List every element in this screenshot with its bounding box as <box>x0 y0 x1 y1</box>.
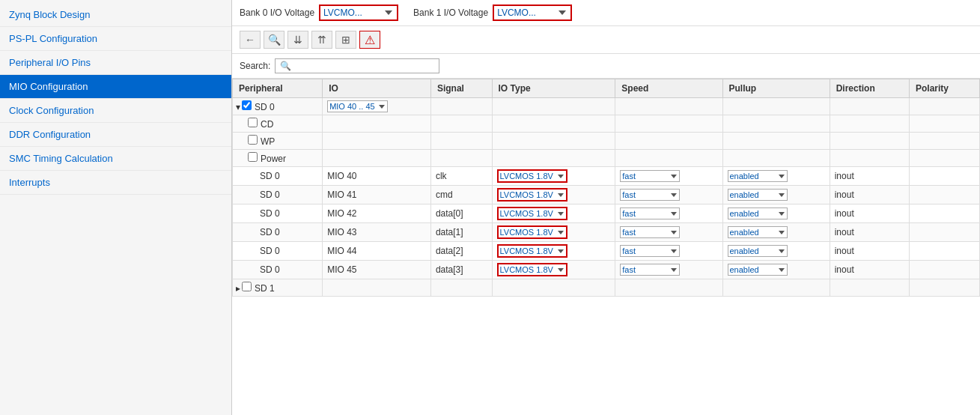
row-checkbox[interactable] <box>248 118 258 127</box>
row-checkbox[interactable] <box>248 152 258 162</box>
peripheral-cell: SD 0 <box>233 167 323 186</box>
col-io: IO <box>323 79 431 98</box>
speed-select[interactable]: fastslow <box>620 170 680 182</box>
peripheral-cell: ▾SD 0 <box>233 98 323 115</box>
sidebar-item-clock-config[interactable]: Clock Configuration <box>0 99 231 123</box>
signal-cell: data[0] <box>430 205 492 223</box>
peripheral-cell: WP <box>233 133 323 150</box>
speed-select[interactable]: fastslow <box>620 208 680 219</box>
io-type-select[interactable]: LVCMOS 1.8VLVCMOS 2.5VLVCMOS 3.3V <box>497 169 567 183</box>
bank0-label: Bank 0 I/O Voltage <box>240 7 314 18</box>
speed-cell[interactable]: fastslow <box>615 167 722 186</box>
speed-cell[interactable]: fastslow <box>615 205 722 223</box>
table-row: SD 0MIO 45data[3]LVCMOS 1.8VLVCMOS 2.5VL… <box>233 261 980 279</box>
peripheral-cell: SD 0 <box>233 223 323 242</box>
pullup-cell[interactable]: enableddisabled <box>722 223 830 242</box>
signal-cell: data[3] <box>430 261 492 279</box>
back-button[interactable]: ← <box>240 31 261 49</box>
speed-select[interactable]: fastslow <box>620 245 680 257</box>
search-input[interactable] <box>275 58 439 73</box>
direction-cell: inout <box>830 167 909 186</box>
pullup-select[interactable]: enableddisabled <box>728 189 788 201</box>
expand-all-button[interactable]: ⇈ <box>311 31 332 49</box>
toolbar: ← 🔍 ⇊ ⇈ ⊞ ⚠ <box>232 26 980 54</box>
peripheral-cell: ▸SD 1 <box>233 279 323 297</box>
bank0-select[interactable]: LVCMO... LVCMOS 1.8V LVCMOS 2.5V LVCMOS … <box>319 4 398 21</box>
sidebar-item-zynq-block[interactable]: Zynq Block Design <box>0 3 231 27</box>
speed-select[interactable]: fastslow <box>620 189 680 201</box>
polarity-cell <box>909 261 979 279</box>
sidebar-item-mio-config[interactable]: MIO Configuration <box>0 75 231 99</box>
io-type-select[interactable]: LVCMOS 1.8VLVCMOS 2.5VLVCMOS 3.3V <box>497 188 567 202</box>
pullup-select[interactable]: enableddisabled <box>728 170 788 182</box>
io-range-select[interactable]: MIO 40 .. 45 <box>327 100 388 112</box>
io-cell: MIO 45 <box>323 261 431 279</box>
table-row: SD 0MIO 40clkLVCMOS 1.8VLVCMOS 2.5VLVCMO… <box>233 167 980 186</box>
col-speed: Speed <box>615 79 722 98</box>
col-signal: Signal <box>430 79 492 98</box>
io-type-cell[interactable]: LVCMOS 1.8VLVCMOS 2.5VLVCMOS 3.3V <box>492 242 615 261</box>
sidebar-item-peripheral-io[interactable]: Peripheral I/O Pins <box>0 51 231 75</box>
search-label: Search: <box>240 61 270 71</box>
pullup-select[interactable]: enableddisabled <box>728 245 788 257</box>
pullup-cell[interactable]: enableddisabled <box>722 186 830 205</box>
io-type-select[interactable]: LVCMOS 1.8VLVCMOS 2.5VLVCMOS 3.3V <box>497 207 567 220</box>
io-type-cell[interactable]: LVCMOS 1.8VLVCMOS 2.5VLVCMOS 3.3V <box>492 205 615 223</box>
pullup-cell[interactable]: enableddisabled <box>722 167 830 186</box>
error-button[interactable]: ⚠ <box>359 31 380 49</box>
speed-select[interactable]: fastslow <box>620 264 680 276</box>
sidebar-item-interrupts[interactable]: Interrupts <box>0 171 231 195</box>
speed-select[interactable]: fastslow <box>620 226 680 238</box>
table-row: ▸SD 1 <box>233 279 980 297</box>
pullup-select[interactable]: enableddisabled <box>728 208 788 219</box>
bank1-select[interactable]: LVCMO... LVCMOS 1.8V LVCMOS 2.5V LVCMOS … <box>493 4 572 21</box>
expand-arrow[interactable]: ▸ <box>236 283 240 294</box>
polarity-cell <box>909 223 979 242</box>
sidebar-item-smc-timing[interactable]: SMC Timing Calculation <box>0 147 231 171</box>
search-button[interactable]: 🔍 <box>264 31 284 49</box>
row-checkbox[interactable] <box>242 282 252 291</box>
io-type-cell[interactable]: LVCMOS 1.8VLVCMOS 2.5VLVCMOS 3.3V <box>492 167 615 186</box>
main-content: Bank 0 I/O Voltage LVCMO... LVCMOS 1.8V … <box>232 0 980 415</box>
io-type-cell[interactable]: LVCMOS 1.8VLVCMOS 2.5VLVCMOS 3.3V <box>492 261 615 279</box>
table-row: SD 0MIO 44data[2]LVCMOS 1.8VLVCMOS 2.5VL… <box>233 242 980 261</box>
pullup-cell[interactable]: enableddisabled <box>722 261 830 279</box>
peripheral-cell: SD 0 <box>233 242 323 261</box>
signal-cell: data[2] <box>430 242 492 261</box>
mio-table: Peripheral IO Signal IO Type Speed Pullu… <box>232 79 980 297</box>
direction-cell: inout <box>830 242 909 261</box>
table-row: CD <box>233 115 980 133</box>
signal-cell: cmd <box>430 186 492 205</box>
polarity-cell <box>909 186 979 205</box>
row-checkbox[interactable] <box>248 135 258 145</box>
row-checkbox[interactable] <box>242 100 252 110</box>
pullup-cell[interactable]: enableddisabled <box>722 205 830 223</box>
io-type-cell[interactable]: LVCMOS 1.8VLVCMOS 2.5VLVCMOS 3.3V <box>492 223 615 242</box>
speed-cell[interactable]: fastslow <box>615 261 722 279</box>
speed-cell[interactable]: fastslow <box>615 223 722 242</box>
table-row: SD 0MIO 41cmdLVCMOS 1.8VLVCMOS 2.5VLVCMO… <box>233 186 980 205</box>
expand-arrow[interactable]: ▾ <box>236 102 240 112</box>
io-type-select[interactable]: LVCMOS 1.8VLVCMOS 2.5VLVCMOS 3.3V <box>497 244 567 258</box>
sidebar: Zynq Block DesignPS-PL ConfigurationPeri… <box>0 0 232 415</box>
hierarchical-button[interactable]: ⊞ <box>335 31 356 49</box>
io-type-select[interactable]: LVCMOS 1.8VLVCMOS 2.5VLVCMOS 3.3V <box>497 225 567 239</box>
polarity-cell <box>909 167 979 186</box>
sidebar-item-ps-pl[interactable]: PS-PL Configuration <box>0 27 231 51</box>
bank0-group: Bank 0 I/O Voltage LVCMO... LVCMOS 1.8V … <box>240 4 398 21</box>
pullup-select[interactable]: enableddisabled <box>728 264 788 276</box>
pullup-select[interactable]: enableddisabled <box>728 226 788 238</box>
pullup-cell[interactable]: enableddisabled <box>722 242 830 261</box>
speed-cell[interactable]: fastslow <box>615 242 722 261</box>
bank-row: Bank 0 I/O Voltage LVCMO... LVCMOS 1.8V … <box>232 0 980 26</box>
speed-cell[interactable]: fastslow <box>615 186 722 205</box>
table-row: Power <box>233 150 980 167</box>
sidebar-item-ddr-config[interactable]: DDR Configuration <box>0 123 231 147</box>
io-type-cell[interactable]: LVCMOS 1.8VLVCMOS 2.5VLVCMOS 3.3V <box>492 186 615 205</box>
table-header-row: Peripheral IO Signal IO Type Speed Pullu… <box>233 79 980 98</box>
signal-cell: data[1] <box>430 223 492 242</box>
peripheral-cell: SD 0 <box>233 205 323 223</box>
collapse-all-button[interactable]: ⇊ <box>287 31 308 49</box>
peripheral-cell: SD 0 <box>233 186 323 205</box>
io-type-select[interactable]: LVCMOS 1.8VLVCMOS 2.5VLVCMOS 3.3V <box>497 263 567 276</box>
